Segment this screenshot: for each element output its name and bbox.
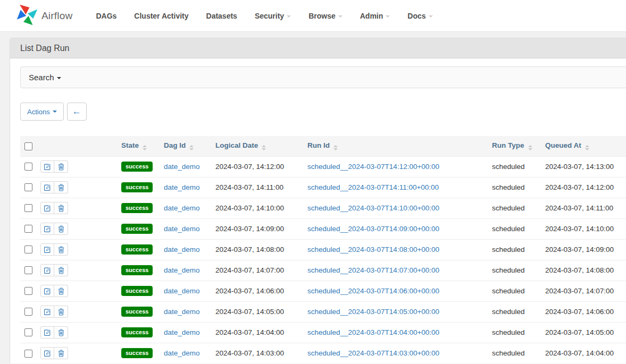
run-id-link[interactable]: scheduled__2024-03-07T14:08:00+00:00: [307, 246, 439, 253]
row-checkbox[interactable]: [24, 183, 32, 191]
run-id-link[interactable]: scheduled__2024-03-07T14:06:00+00:00: [307, 287, 439, 295]
dag-id-link[interactable]: date_demo: [164, 246, 200, 253]
run-id-link[interactable]: scheduled__2024-03-07T14:03:00+00:00: [307, 349, 439, 357]
run-id-link[interactable]: scheduled__2024-03-07T14:04:00+00:00: [307, 328, 439, 336]
edit-record-button[interactable]: [40, 264, 54, 276]
dag-id-link[interactable]: date_demo: [164, 328, 200, 336]
run-id-link[interactable]: scheduled__2024-03-07T14:11:00+00:00: [307, 183, 439, 191]
status-badge: success: [121, 182, 153, 192]
column-header-logical-date[interactable]: Logical Date: [215, 136, 307, 156]
column-header-run-id[interactable]: Run Id: [307, 136, 492, 156]
table-row: success date_demo 2024-03-07, 14:09:00 s…: [20, 218, 626, 239]
delete-record-button[interactable]: [54, 306, 68, 318]
delete-record-button[interactable]: [54, 160, 68, 173]
edit-icon: [44, 184, 51, 191]
row-checkbox[interactable]: [24, 350, 32, 358]
row-checkbox[interactable]: [24, 266, 32, 274]
top-navbar: Airflow DAGs Cluster Activity Datasets S…: [0, 0, 626, 32]
status-badge: success: [121, 286, 153, 296]
row-checkbox[interactable]: [24, 225, 32, 233]
dag-id-link[interactable]: date_demo: [164, 225, 200, 233]
delete-record-button[interactable]: [54, 223, 68, 235]
table-row: success date_demo 2024-03-07, 14:10:00 s…: [20, 198, 626, 218]
column-header-queued-at[interactable]: Queued At: [545, 136, 626, 156]
dag-id-link[interactable]: date_demo: [164, 204, 200, 212]
chevron-down-icon: [386, 15, 390, 18]
dag-id-link[interactable]: date_demo: [164, 308, 200, 316]
status-badge: success: [121, 224, 153, 234]
back-arrow-icon: ←: [72, 106, 81, 117]
run-type-value: scheduled: [492, 246, 525, 253]
nav-item-admin[interactable]: Admin: [360, 12, 390, 20]
edit-icon: [44, 287, 51, 295]
run-id-link[interactable]: scheduled__2024-03-07T14:12:00+00:00: [307, 163, 439, 171]
edit-record-button[interactable]: [40, 202, 54, 214]
column-header-state[interactable]: State: [121, 136, 164, 156]
delete-record-button[interactable]: [54, 181, 68, 193]
edit-record-button[interactable]: [40, 347, 54, 359]
nav-item-docs[interactable]: Docs: [407, 12, 432, 20]
trash-icon: [58, 205, 64, 212]
chevron-down-icon: [338, 15, 343, 18]
nav-item-browse[interactable]: Browse: [308, 12, 343, 20]
actions-label: Actions: [27, 108, 50, 116]
nav-item-security[interactable]: Security: [255, 12, 291, 20]
row-actions: [40, 264, 68, 276]
nav-item-cluster-activity[interactable]: Cluster Activity: [134, 12, 188, 20]
edit-icon: [44, 308, 51, 316]
delete-record-button[interactable]: [54, 285, 68, 297]
delete-record-button[interactable]: [54, 243, 68, 256]
column-header-run-type[interactable]: Run Type: [492, 136, 545, 156]
status-badge: success: [121, 348, 153, 358]
run-type-value: scheduled: [492, 287, 525, 295]
edit-record-button[interactable]: [40, 160, 54, 173]
row-checkbox[interactable]: [24, 246, 32, 253]
dag-id-link[interactable]: date_demo: [164, 349, 200, 357]
row-actions: [40, 160, 68, 173]
dag-run-table: State Dag Id Logical Date Run Id Run Typ…: [20, 136, 626, 363]
dag-id-link[interactable]: date_demo: [164, 287, 200, 295]
sort-icon: [143, 145, 147, 150]
back-button[interactable]: ←: [67, 103, 87, 121]
nav-item-dags[interactable]: DAGs: [96, 12, 116, 20]
run-id-link[interactable]: scheduled__2024-03-07T14:09:00+00:00: [307, 225, 439, 233]
edit-record-button[interactable]: [40, 223, 54, 235]
delete-record-button[interactable]: [54, 264, 68, 276]
delete-record-button[interactable]: [54, 347, 68, 359]
row-checkbox[interactable]: [24, 308, 32, 316]
row-checkbox[interactable]: [24, 328, 32, 336]
dag-id-link[interactable]: date_demo: [164, 266, 200, 274]
panel-body: Search Actions ←: [10, 58, 626, 363]
select-all-checkbox[interactable]: [24, 142, 32, 150]
dag-id-link[interactable]: date_demo: [164, 163, 200, 171]
run-id-link[interactable]: scheduled__2024-03-07T14:10:00+00:00: [307, 204, 439, 212]
run-id-link[interactable]: scheduled__2024-03-07T14:07:00+00:00: [307, 266, 439, 274]
search-collapse-toggle[interactable]: Search: [20, 66, 626, 88]
logical-date-value: 2024-03-07, 14:04:00: [215, 328, 284, 336]
edit-record-button[interactable]: [40, 285, 54, 297]
edit-record-button[interactable]: [40, 306, 54, 318]
nav-item-datasets[interactable]: Datasets: [206, 12, 237, 20]
edit-icon: [44, 205, 51, 212]
delete-record-button[interactable]: [54, 202, 68, 214]
airflow-brand[interactable]: Airflow: [16, 3, 72, 29]
edit-record-button[interactable]: [40, 326, 54, 338]
logical-date-value: 2024-03-07, 14:05:00: [215, 308, 284, 316]
run-type-value: scheduled: [492, 308, 525, 316]
row-checkbox[interactable]: [24, 204, 32, 212]
row-actions: [40, 347, 68, 359]
edit-record-button[interactable]: [40, 243, 54, 256]
row-checkbox[interactable]: [24, 287, 32, 295]
search-label: Search: [29, 73, 54, 82]
queued-at-value: 2024-03-07, 14:07:00: [545, 287, 614, 295]
status-badge: success: [121, 203, 153, 213]
actions-dropdown-button[interactable]: Actions: [20, 103, 64, 121]
run-id-link[interactable]: scheduled__2024-03-07T14:05:00+00:00: [307, 308, 439, 316]
row-checkbox[interactable]: [24, 163, 32, 171]
delete-record-button[interactable]: [54, 326, 68, 338]
edit-record-button[interactable]: [40, 181, 54, 193]
edit-icon: [44, 267, 51, 274]
dag-id-link[interactable]: date_demo: [164, 183, 200, 191]
logical-date-value: 2024-03-07, 14:09:00: [215, 225, 284, 233]
column-header-dag-id[interactable]: Dag Id: [164, 136, 215, 156]
